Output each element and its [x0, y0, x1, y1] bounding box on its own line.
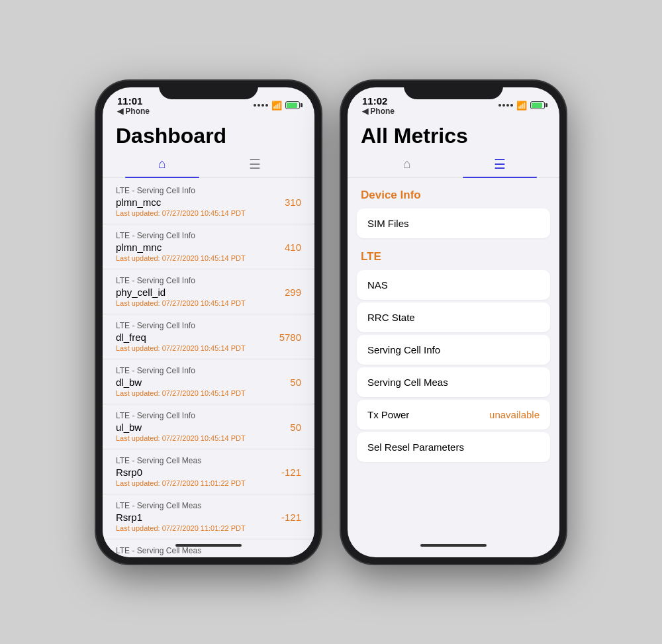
metrics-item[interactable]: NAS: [357, 270, 550, 300]
battery-fill-1: [287, 103, 297, 108]
list-item-timestamp: Last updated: 07/27/2020 11:01:22 PDT: [116, 479, 301, 487]
metrics-item-value: unavailable: [489, 409, 540, 420]
list-item-row: dl_bw 50: [116, 377, 301, 388]
list-item[interactable]: LTE - Serving Cell Meas Rsrp1 -121 Last …: [103, 494, 314, 539]
list-item[interactable]: LTE - Serving Cell Info dl_freq 5780 Las…: [103, 314, 314, 359]
list-content-1[interactable]: LTE - Serving Cell Info plmn_mcc 310 Las…: [103, 179, 314, 557]
list-item-timestamp: Last updated: 07/27/2020 10:45:14 PDT: [116, 389, 301, 397]
list-item[interactable]: LTE - Serving Cell Info ul_bw 50 Last up…: [103, 404, 314, 449]
list-item-key: ul_bw: [116, 422, 142, 433]
notch-1: [159, 81, 258, 99]
back-link-1[interactable]: ◀ Phone: [117, 107, 150, 116]
home-indicator-1: [175, 544, 242, 547]
page-title-1: Dashboard: [103, 118, 314, 151]
signal-dot: [498, 104, 501, 107]
metrics-item[interactable]: SIM Files: [357, 208, 550, 238]
tab-bar-2: ⌂ ☰: [348, 151, 559, 178]
screen-1: 11:01 ◀ Phone 📶 Dashboard: [103, 87, 314, 557]
list-item-value: 50: [290, 422, 301, 433]
metrics-item-label: RRC State: [367, 312, 415, 323]
list-item-category: LTE - Serving Cell Meas: [116, 501, 301, 510]
screen-content-1: Dashboard ⌂ ☰ LTE - Serving Cell Info pl…: [103, 118, 314, 557]
list-item-timestamp: Last updated: 07/27/2020 10:45:14 PDT: [116, 209, 301, 217]
battery-icon-2: [530, 101, 545, 109]
status-time-1: 11:01: [117, 95, 142, 107]
list-item-row: dl_freq 5780: [116, 332, 301, 343]
battery-fill-2: [532, 103, 542, 108]
tab-home-2[interactable]: ⌂: [361, 151, 453, 177]
list-item-category: LTE - Serving Cell Info: [116, 411, 301, 420]
metrics-item[interactable]: Sel Resel Parameters: [357, 432, 550, 462]
signal-dots-1: [254, 104, 268, 107]
signal-dot: [254, 104, 256, 107]
back-link-2[interactable]: ◀ Phone: [362, 107, 395, 116]
tab-list-2[interactable]: ☰: [453, 151, 546, 177]
list-item-timestamp: Last updated: 07/27/2020 10:45:14 PDT: [116, 299, 301, 307]
metrics-item-label: Serving Cell Info: [367, 344, 440, 355]
list-item-key: dl_bw: [116, 377, 142, 388]
list-item-key: Rsrp0: [116, 467, 142, 478]
list-item-value: 310: [285, 197, 301, 208]
screen-content-2: All Metrics ⌂ ☰ Device Info SIM Files LT…: [348, 118, 559, 557]
tab-home-1[interactable]: ⌂: [116, 151, 209, 177]
list-item-key: plmn_mcc: [116, 197, 161, 208]
metrics-item[interactable]: Tx Power unavailable: [357, 400, 550, 430]
metrics-section-header: Device Info: [348, 179, 559, 206]
list-item-category: LTE - Serving Cell Info: [116, 276, 301, 285]
list-item-key: dl_freq: [116, 332, 146, 343]
signal-dot: [506, 104, 509, 107]
phone-1: 11:01 ◀ Phone 📶 Dashboard: [96, 81, 321, 564]
page-title-2: All Metrics: [348, 118, 559, 151]
list-item[interactable]: LTE - Serving Cell Info plmn_mnc 410 Las…: [103, 224, 314, 269]
list-item[interactable]: LTE - Serving Cell Meas Rsrp0 -121 Last …: [103, 449, 314, 494]
home-indicator-2: [420, 544, 487, 547]
list-item[interactable]: LTE - Serving Cell Info dl_bw 50 Last up…: [103, 359, 314, 404]
metrics-section-header: LTE: [348, 241, 559, 267]
metrics-item-label: NAS: [367, 279, 388, 291]
screen-2: 11:02 ◀ Phone 📶 All Metrics: [348, 87, 559, 557]
list-item[interactable]: LTE - Serving Cell Info plmn_mcc 310 Las…: [103, 179, 314, 224]
tab-list-1[interactable]: ☰: [209, 151, 301, 177]
list-item-value: 5780: [279, 332, 301, 343]
metrics-list[interactable]: Device Info SIM Files LTE NAS RRC State …: [348, 179, 559, 557]
status-time-2: 11:02: [362, 95, 387, 107]
list-item-category: LTE - Serving Cell Info: [116, 186, 301, 195]
list-item-timestamp: Last updated: 07/27/2020 10:45:14 PDT: [116, 254, 301, 262]
metrics-item-label: SIM Files: [367, 218, 409, 229]
metrics-item[interactable]: Serving Cell Meas: [357, 367, 550, 397]
list-item-value: 299: [285, 287, 301, 298]
list-item-timestamp: Last updated: 07/27/2020 10:45:14 PDT: [116, 344, 301, 352]
list-item-value: 50: [290, 377, 301, 388]
signal-dot: [510, 104, 513, 107]
metrics-item-label: Sel Resel Parameters: [367, 441, 464, 453]
wifi-icon-2: 📶: [516, 101, 527, 111]
metrics-item[interactable]: RRC State: [357, 302, 550, 332]
list-item-row: phy_cell_id 299: [116, 287, 301, 298]
list-item-row: plmn_mcc 310: [116, 197, 301, 208]
list-item-value: 410: [285, 242, 301, 253]
list-item-row: Rsrp1 -121: [116, 512, 301, 523]
list-icon-1: ☰: [249, 156, 261, 172]
tab-bar-1: ⌂ ☰: [103, 151, 314, 178]
home-icon-2: ⌂: [403, 156, 411, 171]
list-item-category: LTE - Serving Cell Info: [116, 321, 301, 330]
list-item[interactable]: LTE - Serving Cell Meas: [103, 539, 314, 557]
signal-dots-2: [498, 104, 513, 107]
list-item-row: plmn_mnc 410: [116, 242, 301, 253]
list-icon-2: ☰: [494, 156, 506, 172]
signal-dot: [265, 104, 268, 107]
list-item-category: LTE - Serving Cell Info: [116, 231, 301, 240]
metrics-item[interactable]: Serving Cell Info: [357, 335, 550, 365]
signal-dot: [258, 104, 260, 107]
list-item-row: ul_bw 50: [116, 422, 301, 433]
battery-icon-1: [285, 101, 300, 109]
status-icons-2: 📶: [498, 101, 545, 111]
list-item-category: LTE - Serving Cell Meas: [116, 456, 301, 465]
list-item-key: plmn_mnc: [116, 242, 162, 253]
list-item-timestamp: Last updated: 07/27/2020 10:45:14 PDT: [116, 434, 301, 442]
list-item[interactable]: LTE - Serving Cell Info phy_cell_id 299 …: [103, 269, 314, 314]
list-item-row: Rsrp0 -121: [116, 467, 301, 478]
home-icon-1: ⌂: [158, 156, 166, 171]
wifi-icon-1: 📶: [271, 101, 282, 111]
phone-2: 11:02 ◀ Phone 📶 All Metrics: [341, 81, 566, 564]
